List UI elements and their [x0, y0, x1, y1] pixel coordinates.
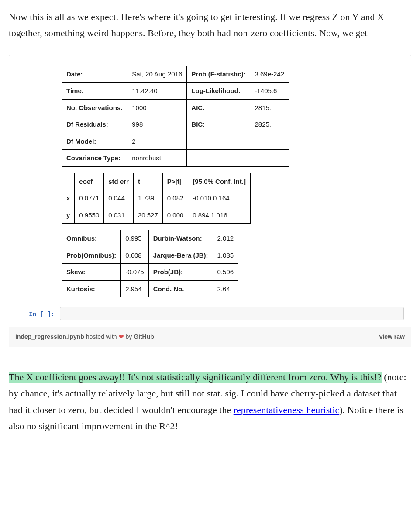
stat-label: Df Residuals: [62, 116, 127, 133]
ci-value: 0.894 1.016 [188, 207, 251, 224]
stat-value: -1405.6 [250, 83, 289, 100]
column-header: P>|t| [162, 173, 188, 190]
stat-label: Df Model: [62, 133, 127, 150]
stat-label: Omnibus: [62, 230, 121, 247]
stat-label [187, 133, 250, 150]
stat-value [250, 133, 289, 150]
var-name: x [62, 190, 75, 207]
stat-label: No. Observations: [62, 99, 127, 116]
table-row: Prob(Omnibus):0.608Jarque-Bera (JB):1.03… [62, 247, 238, 264]
regression-output: Date:Sat, 20 Aug 2016Prob (F-statistic):… [9, 55, 411, 304]
stat-value: 11:42:40 [127, 83, 187, 100]
coef-value: 0.9550 [75, 207, 104, 224]
stat-value: 2825. [250, 116, 289, 133]
diagnostics-table: Omnibus:0.995Durbin-Watson:2.012Prob(Omn… [62, 230, 238, 297]
table-row: Covariance Type:nonrobust [62, 150, 289, 167]
stat-value: 2.012 [213, 230, 238, 247]
stat-label: Prob (F-statistic): [187, 66, 250, 83]
stat-value: 0.995 [121, 230, 149, 247]
notebook-embed: Date:Sat, 20 Aug 2016Prob (F-statistic):… [9, 55, 411, 347]
view-raw-link[interactable]: view raw [379, 332, 405, 342]
stat-value: 2815. [250, 99, 289, 116]
ols-summary-table: Date:Sat, 20 Aug 2016Prob (F-statistic):… [62, 66, 289, 167]
ci-value: -0.010 0.164 [188, 190, 251, 207]
stat-value: 0.608 [121, 247, 149, 264]
stat-label: Date: [62, 66, 127, 83]
github-link[interactable]: GitHub [134, 333, 154, 340]
p-value: 0.082 [162, 190, 188, 207]
table-row: Skew:-0.075Prob(JB):0.596 [62, 264, 238, 281]
input-prompt: In [ ]: [16, 307, 55, 320]
gist-by-text: by [124, 333, 134, 340]
stat-label: Skew: [62, 264, 121, 281]
stat-label: AIC: [187, 99, 250, 116]
stderr-value: 0.031 [104, 207, 134, 224]
p-value: 0.000 [162, 207, 188, 224]
empty-input-cell: In [ ]: [9, 303, 411, 327]
stat-label: Log-Likelihood: [187, 83, 250, 100]
table-row: No. Observations:1000AIC:2815. [62, 99, 289, 116]
stat-label: Kurtosis: [62, 280, 121, 297]
stat-value: 998 [127, 116, 187, 133]
intro-paragraph: Now this is all as we expect. Here's whe… [9, 9, 411, 41]
stat-label: Time: [62, 83, 127, 100]
coefficients-table: coefstd errtP>|t|[95.0% Conf. Int.] x0.0… [62, 173, 251, 224]
stat-value: 1.035 [213, 247, 238, 264]
table-row: Df Model:2 [62, 133, 289, 150]
stat-label: Prob(JB): [148, 264, 213, 281]
stat-label: BIC: [187, 116, 250, 133]
stat-value [250, 150, 289, 167]
stat-value: 0.596 [213, 264, 238, 281]
table-row: Date:Sat, 20 Aug 2016Prob (F-statistic):… [62, 66, 289, 83]
table-row: Df Residuals:998BIC:2825. [62, 116, 289, 133]
stderr-value: 0.044 [104, 190, 134, 207]
gist-hosted-text: hosted with [84, 333, 119, 340]
column-header [62, 173, 75, 190]
stat-label: Durbin-Watson: [148, 230, 213, 247]
column-header: coef [75, 173, 104, 190]
code-input[interactable] [60, 307, 404, 320]
stat-label [187, 150, 250, 167]
stat-label: Jarque-Bera (JB): [148, 247, 213, 264]
stat-value: 3.69e-242 [250, 66, 289, 83]
gist-footer: indep_regression.ipynb hosted with ❤ by … [9, 327, 411, 347]
table-row: Omnibus:0.995Durbin-Watson:2.012 [62, 230, 238, 247]
stat-label: Cond. No. [148, 280, 213, 297]
stat-value: nonrobust [127, 150, 187, 167]
var-name: y [62, 207, 75, 224]
table-row: Kurtosis:2.954Cond. No.2.64 [62, 280, 238, 297]
table-row: y0.95500.03130.5270.0000.894 1.016 [62, 207, 251, 224]
representativeness-link[interactable]: representativeness heuristic [234, 404, 340, 415]
stat-value: 2 [127, 133, 187, 150]
coef-value: 0.0771 [75, 190, 104, 207]
stat-value: Sat, 20 Aug 2016 [127, 66, 187, 83]
column-header: [95.0% Conf. Int.] [188, 173, 251, 190]
stat-value: 1000 [127, 99, 187, 116]
column-header: t [133, 173, 162, 190]
highlighted-text: The X coefficient goes away!! It's not s… [9, 372, 382, 383]
stat-value: -0.075 [121, 264, 149, 281]
t-value: 1.739 [133, 190, 162, 207]
gist-filename-link[interactable]: indep_regression.ipynb [15, 333, 84, 340]
stat-label: Prob(Omnibus): [62, 247, 121, 264]
stat-value: 2.954 [121, 280, 149, 297]
column-header: std err [104, 173, 134, 190]
table-row: x0.07710.0441.7390.082-0.010 0.164 [62, 190, 251, 207]
conclusion-paragraph: The X coefficient goes away!! It's not s… [9, 369, 411, 434]
table-row: Time:11:42:40Log-Likelihood:-1405.6 [62, 83, 289, 100]
stat-value: 2.64 [213, 280, 238, 297]
stat-label: Covariance Type: [62, 150, 127, 167]
heart-icon: ❤ [119, 333, 124, 340]
t-value: 30.527 [133, 207, 162, 224]
